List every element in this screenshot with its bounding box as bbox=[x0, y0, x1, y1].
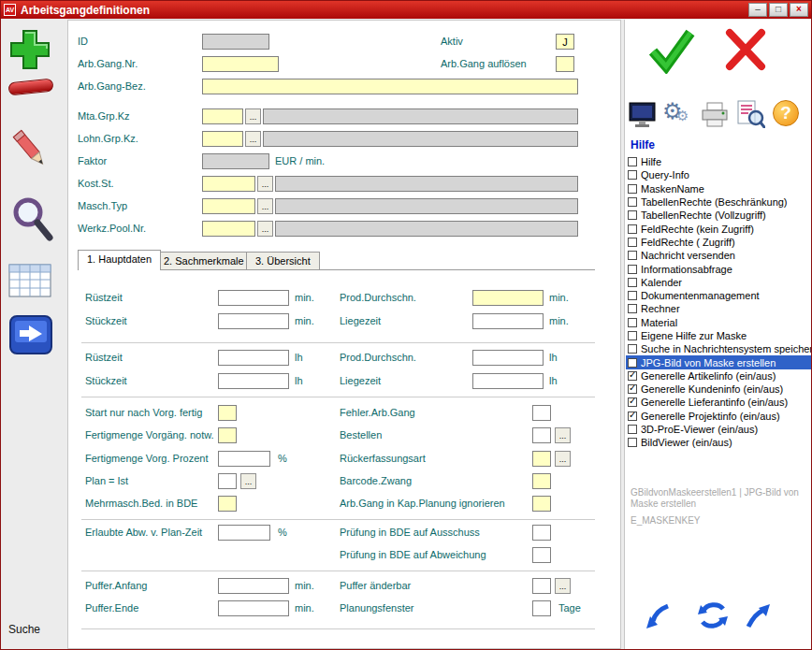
fertig-prozent-label: Fertigmenge Vorg. Prozent bbox=[85, 453, 208, 464]
cancel-button[interactable] bbox=[722, 27, 769, 76]
list-item[interactable]: Suche in Nachrichtensystem speichern bbox=[626, 342, 812, 355]
list-item[interactable]: MaskenName bbox=[626, 182, 812, 195]
planungsfenster-field[interactable] bbox=[532, 600, 551, 616]
liegezeit-lh-field[interactable] bbox=[472, 373, 544, 389]
screen-button[interactable] bbox=[629, 102, 657, 132]
stueckzeit-min-field[interactable] bbox=[218, 313, 289, 329]
erlaubte-abw-field[interactable] bbox=[218, 525, 270, 541]
list-item[interactable]: Dokumentenmanagement bbox=[626, 289, 812, 302]
ruestzeit-min-field[interactable] bbox=[218, 290, 289, 306]
fehler-field[interactable] bbox=[532, 405, 551, 421]
nav-previous-button[interactable] bbox=[644, 601, 674, 635]
print-button[interactable] bbox=[700, 102, 730, 132]
plan-ist-field[interactable] bbox=[218, 473, 237, 489]
maximize-button[interactable]: □ bbox=[769, 3, 788, 17]
list-item[interactable]: Query-Info bbox=[626, 168, 812, 181]
abweichung-label: Prüfung in BDE auf Abweichung bbox=[340, 549, 486, 560]
table-view-button[interactable] bbox=[8, 264, 51, 301]
list-item[interactable]: Rechner bbox=[626, 302, 812, 315]
puffer-anfang-field[interactable] bbox=[218, 578, 289, 594]
list-item[interactable]: TabellenRechte (Vollzugriff) bbox=[626, 209, 812, 222]
list-item[interactable]: Informationsabfrage bbox=[626, 262, 812, 275]
masch-lookup-button[interactable]: ... bbox=[257, 198, 273, 214]
list-item[interactable]: Kalender bbox=[626, 276, 812, 289]
minimize-button[interactable]: – bbox=[748, 3, 767, 17]
liegezeit-min-field[interactable] bbox=[472, 313, 544, 329]
prod-lh-unit: lh bbox=[549, 352, 558, 363]
abweichung-field[interactable] bbox=[532, 547, 551, 563]
search-record-button[interactable] bbox=[8, 195, 55, 247]
tab-uebersicht[interactable]: 3. Übersicht bbox=[246, 252, 320, 270]
rueckerfassung-lookup-button[interactable]: ... bbox=[555, 451, 571, 467]
fertig-notw-field[interactable] bbox=[218, 427, 237, 443]
masch-field[interactable] bbox=[202, 198, 255, 214]
list-item[interactable]: Generelle Projektinfo (ein/aus) bbox=[626, 410, 812, 423]
edit-record-button[interactable] bbox=[8, 127, 53, 178]
puffer-aenderbar-field[interactable] bbox=[532, 578, 551, 594]
lohn-field[interactable] bbox=[202, 131, 243, 147]
start-vorg-field[interactable] bbox=[218, 405, 237, 421]
plan-ist-lookup-button[interactable]: ... bbox=[240, 473, 256, 489]
kap-planung-field[interactable] bbox=[532, 496, 551, 512]
list-item[interactable]: Hilfe bbox=[626, 155, 812, 168]
delete-record-button[interactable] bbox=[8, 80, 53, 94]
ausschuss-field[interactable] bbox=[532, 525, 551, 541]
tab-hauptdaten[interactable]: 1. Hauptdaten bbox=[78, 250, 161, 270]
stueckzeit-lh-field[interactable] bbox=[218, 373, 289, 389]
search-icon bbox=[8, 195, 55, 243]
list-item[interactable]: Eigene Hilfe zur Maske bbox=[626, 329, 812, 342]
list-item[interactable]: Material bbox=[626, 316, 812, 329]
aktiv-field[interactable] bbox=[556, 34, 574, 50]
bestellen-field[interactable] bbox=[532, 427, 551, 443]
mta-lookup-button[interactable]: ... bbox=[245, 108, 261, 124]
erlaubte-abw-label: Erlaubte Abw. v. Plan-Zeit bbox=[85, 527, 202, 538]
mta-text-field[interactable] bbox=[263, 108, 578, 124]
barcode-field[interactable] bbox=[532, 473, 551, 489]
list-item[interactable]: Generelle Kundeninfo (ein/aus) bbox=[626, 383, 812, 396]
prod-min-field[interactable] bbox=[472, 290, 544, 306]
x-icon bbox=[722, 27, 769, 72]
list-item[interactable]: Nachricht versenden bbox=[626, 249, 812, 262]
list-item[interactable]: 3D-ProE-Viewer (ein/aus) bbox=[626, 423, 812, 436]
werkz-text-field[interactable] bbox=[275, 221, 578, 237]
list-item[interactable]: Generelle Artikelinfo (ein/aus) bbox=[626, 369, 812, 383]
add-record-button[interactable] bbox=[8, 28, 51, 75]
bestellen-lookup-button[interactable]: ... bbox=[555, 427, 571, 443]
puffer-ende-field[interactable] bbox=[218, 600, 289, 616]
puffer-aenderbar-lookup-button[interactable]: ... bbox=[555, 578, 571, 594]
fertig-prozent-field[interactable] bbox=[218, 451, 270, 467]
mta-field[interactable] bbox=[202, 108, 243, 124]
list-item[interactable]: BildViewer (ein/aus) bbox=[626, 436, 812, 449]
kost-lookup-button[interactable]: ... bbox=[257, 176, 273, 192]
rueckerfassung-field[interactable] bbox=[532, 451, 551, 467]
id-field[interactable] bbox=[202, 34, 269, 50]
kost-text-field[interactable] bbox=[275, 176, 578, 192]
faktor-field[interactable] bbox=[202, 153, 269, 169]
aufloesen-field[interactable] bbox=[556, 56, 574, 72]
ok-button[interactable] bbox=[645, 25, 698, 78]
bez-field[interactable] bbox=[202, 79, 578, 94]
werkz-lookup-button[interactable]: ... bbox=[257, 221, 273, 237]
list-item[interactable]: FeldRechte ( Zugriff) bbox=[626, 236, 812, 249]
list-item-selected[interactable]: JPG-Bild von Maske erstellen bbox=[626, 355, 812, 368]
kost-field[interactable] bbox=[202, 176, 255, 192]
mehrmasch-field[interactable] bbox=[218, 496, 237, 512]
refresh-button[interactable] bbox=[696, 599, 730, 635]
tab-sachmerkmale[interactable]: 2. Sachmerkmale bbox=[154, 252, 254, 270]
masch-text-field[interactable] bbox=[275, 198, 578, 214]
close-button[interactable]: × bbox=[790, 3, 808, 17]
exit-button[interactable] bbox=[8, 314, 53, 361]
help-button[interactable]: ? bbox=[773, 100, 799, 126]
werkz-field[interactable] bbox=[202, 221, 255, 237]
arbgang-nr-field[interactable] bbox=[202, 56, 279, 72]
lohn-text-field[interactable] bbox=[263, 131, 578, 147]
settings-button[interactable]: ⚙ ⚙ bbox=[662, 100, 692, 130]
list-item[interactable]: TabellenRechte (Beschränkung) bbox=[626, 195, 812, 209]
lohn-lookup-button[interactable]: ... bbox=[245, 131, 261, 147]
list-item[interactable]: Generelle Lieferantinfo (ein/aus) bbox=[626, 396, 812, 409]
list-item[interactable]: FeldRechte (kein Zugriff) bbox=[626, 222, 812, 235]
ruestzeit-lh-field[interactable] bbox=[218, 350, 289, 366]
preview-button[interactable] bbox=[735, 100, 765, 132]
prod-lh-field[interactable] bbox=[472, 350, 544, 366]
nav-next-button[interactable] bbox=[743, 601, 773, 635]
